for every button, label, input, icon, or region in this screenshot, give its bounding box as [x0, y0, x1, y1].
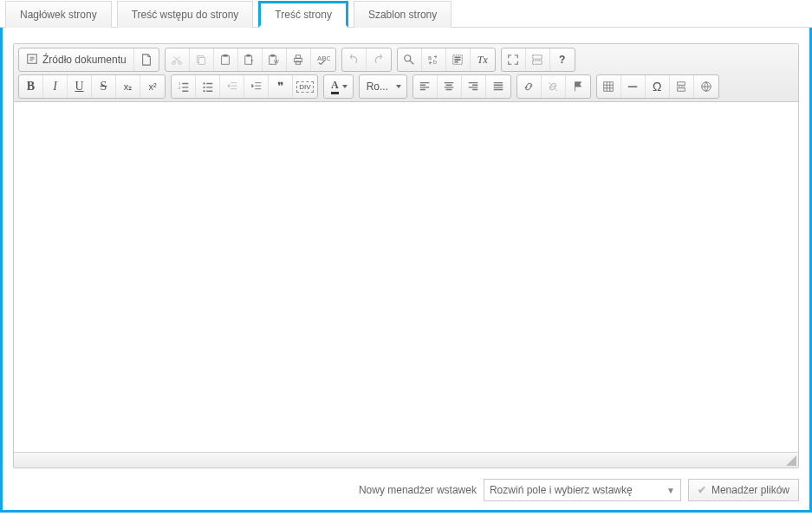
paste-word-button[interactable]: W [263, 48, 287, 71]
blocks-icon [531, 54, 543, 66]
source-button[interactable]: Źródło dokumentu [19, 48, 134, 71]
redo-button[interactable] [367, 48, 391, 71]
align-left-button[interactable] [413, 75, 438, 98]
group-align [412, 74, 511, 99]
removeformat-icon: Tx [477, 54, 488, 67]
source-label: Źródło dokumentu [42, 54, 127, 66]
tab-tresc[interactable]: Treść strony [258, 1, 348, 28]
align-right-button[interactable] [462, 75, 486, 98]
numberlist-button[interactable]: 12 [172, 75, 196, 98]
cut-button[interactable] [166, 48, 190, 71]
specialchar-button[interactable]: Ω [646, 75, 670, 98]
bold-button[interactable]: B [19, 75, 43, 98]
tab-label: Treść wstępu do strony [132, 9, 239, 21]
replace-button[interactable]: ab [422, 48, 446, 71]
paste-text-icon: T [244, 54, 256, 66]
undo-button[interactable] [342, 48, 367, 71]
group-tools: ? [501, 48, 575, 72]
indent-button[interactable] [244, 75, 269, 98]
new-page-button[interactable] [134, 48, 159, 71]
flag-icon [572, 81, 584, 93]
file-manager-button[interactable]: ✔ Menadżer plików [688, 479, 799, 501]
select-placeholder: Rozwiń pole i wybierz wstawkę [490, 484, 633, 496]
svg-rect-8 [247, 55, 250, 57]
bulletlist-button[interactable] [196, 75, 220, 98]
svg-point-29 [203, 87, 205, 88]
div-icon: DIV [296, 81, 313, 93]
svg-rect-23 [455, 61, 458, 63]
ol-icon: 12 [178, 81, 190, 93]
align-center-icon [443, 81, 455, 93]
file-manager-label: Menadżer plików [711, 484, 789, 496]
superscript-button[interactable]: x² [140, 75, 165, 98]
resize-handle[interactable] [786, 455, 796, 466]
check-icon: ✔ [698, 484, 706, 496]
insert-select[interactable]: Rozwiń pole i wybierz wstawkę ▼ [484, 479, 681, 501]
pagebreak-button[interactable] [670, 75, 694, 98]
outdent-button[interactable] [220, 75, 244, 98]
hr-icon [627, 81, 639, 93]
page-icon [140, 54, 153, 66]
svg-rect-31 [604, 82, 614, 92]
removeformat-button[interactable]: Tx [471, 48, 495, 71]
indent-icon [250, 81, 263, 93]
textcolor-icon: A [331, 79, 339, 94]
underline-icon: U [75, 80, 83, 94]
subscript-button[interactable]: x₂ [116, 75, 140, 98]
hr-button[interactable] [621, 75, 646, 98]
svg-rect-4 [199, 57, 205, 64]
paste-text-button[interactable]: T [238, 48, 263, 71]
spellcheck-button[interactable]: ABC [311, 48, 335, 71]
scissors-icon [171, 54, 183, 66]
align-left-icon [419, 81, 431, 93]
globe-icon [700, 81, 712, 93]
content-panel: Źródło dokumentu T W ABC [0, 28, 812, 513]
strike-button[interactable]: S [92, 75, 116, 98]
underline-button[interactable]: U [68, 75, 92, 98]
spellcheck-icon: ABC [316, 54, 330, 66]
unlink-button[interactable] [542, 75, 566, 98]
search-icon [403, 54, 415, 66]
undo-icon [348, 54, 360, 66]
selectall-button[interactable] [446, 48, 471, 71]
link-button[interactable] [517, 75, 542, 98]
tab-label: Nagłówek strony [20, 9, 97, 21]
format-combo[interactable]: Ro... [360, 75, 406, 98]
align-center-button[interactable] [438, 75, 462, 98]
paste-icon [219, 54, 231, 66]
tab-label: Szablon strony [368, 9, 437, 21]
textcolor-button[interactable]: A [324, 75, 353, 98]
paste-button[interactable] [214, 48, 238, 71]
selectall-icon [451, 54, 464, 66]
tab-wstep[interactable]: Treść wstępu do strony [117, 1, 254, 28]
blockquote-button[interactable]: ❞ [269, 75, 293, 98]
print-button[interactable] [287, 48, 311, 71]
svg-rect-11 [271, 55, 275, 57]
align-justify-button[interactable] [486, 75, 510, 98]
italic-button[interactable]: I [43, 75, 68, 98]
omega-icon: Ω [653, 80, 661, 94]
showblocks-button[interactable] [526, 48, 550, 71]
svg-rect-24 [533, 55, 542, 59]
tabs-row: Nagłówek strony Treść wstępu do strony T… [0, 0, 812, 28]
tab-szablon[interactable]: Szablon strony [354, 1, 451, 28]
find-button[interactable] [398, 48, 422, 71]
svg-text:b: b [433, 59, 437, 65]
about-button[interactable]: ? [550, 48, 575, 71]
maximize-button[interactable] [502, 48, 526, 71]
replace-icon: ab [427, 54, 439, 66]
svg-rect-25 [533, 61, 542, 64]
table-button[interactable] [597, 75, 621, 98]
group-source: Źródło dokumentu [18, 48, 159, 72]
editor-content-area[interactable] [14, 102, 798, 452]
anchor-button[interactable] [566, 75, 590, 98]
link-icon [523, 81, 535, 93]
copy-button[interactable] [190, 48, 214, 71]
group-color: A [323, 74, 354, 99]
iframe-button[interactable] [694, 75, 718, 98]
tab-naglowek[interactable]: Nagłówek strony [5, 1, 112, 28]
redo-icon [373, 54, 385, 66]
quote-icon: ❞ [277, 80, 284, 94]
creatediv-button[interactable]: DIV [293, 75, 317, 98]
svg-rect-22 [455, 59, 461, 61]
